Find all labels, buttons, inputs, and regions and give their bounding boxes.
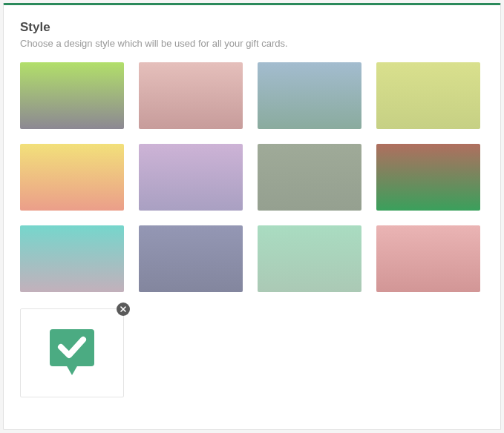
style-swatch[interactable] [376,225,480,292]
style-swatch[interactable] [258,225,361,292]
style-swatch[interactable] [139,144,243,211]
style-swatch[interactable] [20,144,124,211]
style-swatch[interactable] [139,225,243,292]
style-grid [20,62,484,397]
style-panel: Style Choose a design style which will b… [3,3,501,430]
svg-marker-3 [66,365,78,375]
style-swatch[interactable] [376,62,480,129]
check-badge-icon [45,325,99,381]
style-swatch[interactable] [376,144,480,211]
panel-subtitle: Choose a design style which will be used… [20,38,484,49]
style-swatch[interactable] [139,62,243,129]
style-swatch[interactable] [258,144,361,211]
panel-title: Style [20,20,484,35]
style-swatch[interactable] [20,62,124,129]
style-swatch[interactable] [20,225,124,292]
custom-design-tile[interactable] [20,308,124,397]
style-swatch[interactable] [258,62,361,129]
close-icon[interactable] [117,303,130,316]
